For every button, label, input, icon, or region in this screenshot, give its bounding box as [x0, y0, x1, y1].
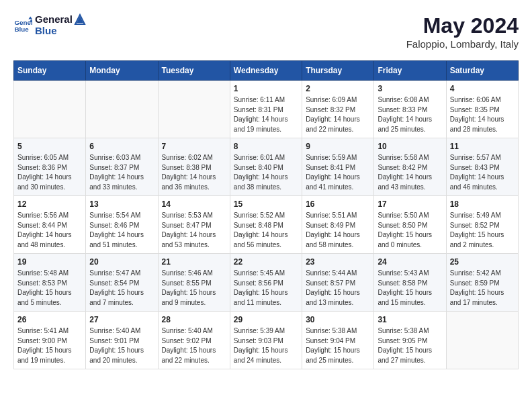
day-number: 30	[306, 315, 370, 324]
calendar-cell: 27Sunrise: 5:40 AM Sunset: 9:01 PM Dayli…	[86, 312, 158, 369]
day-info: Sunrise: 5:52 AM Sunset: 8:48 PM Dayligh…	[234, 211, 298, 250]
day-number: 29	[234, 315, 298, 324]
calendar-cell: 4Sunrise: 6:06 AM Sunset: 8:35 PM Daylig…	[446, 81, 518, 138]
header-wednesday: Wednesday	[230, 61, 302, 81]
day-info: Sunrise: 5:50 AM Sunset: 8:50 PM Dayligh…	[378, 211, 442, 250]
day-info: Sunrise: 6:11 AM Sunset: 8:31 PM Dayligh…	[234, 95, 298, 134]
day-info: Sunrise: 5:48 AM Sunset: 8:53 PM Dayligh…	[17, 269, 82, 308]
day-info: Sunrise: 5:45 AM Sunset: 8:56 PM Dayligh…	[234, 269, 298, 308]
day-number: 1	[234, 84, 298, 93]
day-number: 11	[450, 142, 515, 151]
day-info: Sunrise: 5:42 AM Sunset: 8:59 PM Dayligh…	[450, 269, 515, 308]
calendar-cell: 20Sunrise: 5:47 AM Sunset: 8:54 PM Dayli…	[86, 254, 158, 312]
day-info: Sunrise: 5:40 AM Sunset: 9:01 PM Dayligh…	[89, 326, 154, 365]
calendar-cell: 16Sunrise: 5:51 AM Sunset: 8:49 PM Dayli…	[302, 196, 374, 254]
day-number: 24	[378, 257, 442, 267]
day-info: Sunrise: 5:54 AM Sunset: 8:46 PM Dayligh…	[89, 211, 154, 250]
calendar-cell: 1Sunrise: 6:11 AM Sunset: 8:31 PM Daylig…	[230, 81, 302, 138]
calendar-cell: 21Sunrise: 5:46 AM Sunset: 8:55 PM Dayli…	[158, 254, 230, 312]
calendar-cell: 12Sunrise: 5:56 AM Sunset: 8:44 PM Dayli…	[14, 196, 86, 254]
day-number: 5	[17, 142, 82, 151]
day-info: Sunrise: 6:02 AM Sunset: 8:38 PM Dayligh…	[162, 153, 226, 192]
week-row-4: 19Sunrise: 5:48 AM Sunset: 8:53 PM Dayli…	[14, 254, 519, 312]
calendar-cell: 18Sunrise: 5:49 AM Sunset: 8:52 PM Dayli…	[446, 196, 518, 254]
calendar-body: 1Sunrise: 6:11 AM Sunset: 8:31 PM Daylig…	[14, 81, 519, 369]
calendar-cell: 31Sunrise: 5:38 AM Sunset: 9:05 PM Dayli…	[374, 312, 446, 369]
day-info: Sunrise: 6:09 AM Sunset: 8:32 PM Dayligh…	[306, 95, 370, 134]
calendar-cell: 6Sunrise: 6:03 AM Sunset: 8:37 PM Daylig…	[86, 138, 158, 196]
day-info: Sunrise: 5:38 AM Sunset: 9:05 PM Dayligh…	[378, 326, 442, 365]
calendar-cell: 19Sunrise: 5:48 AM Sunset: 8:53 PM Dayli…	[14, 254, 86, 312]
day-number: 8	[234, 142, 298, 151]
day-number: 7	[162, 142, 226, 151]
calendar-cell: 14Sunrise: 5:53 AM Sunset: 8:47 PM Dayli…	[158, 196, 230, 254]
calendar-cell	[86, 81, 158, 138]
day-info: Sunrise: 5:56 AM Sunset: 8:44 PM Dayligh…	[17, 211, 82, 250]
day-info: Sunrise: 5:39 AM Sunset: 9:03 PM Dayligh…	[234, 326, 298, 365]
day-number: 18	[450, 199, 515, 209]
calendar-cell: 8Sunrise: 6:01 AM Sunset: 8:40 PM Daylig…	[230, 138, 302, 196]
day-number: 2	[306, 84, 370, 93]
day-number: 9	[306, 142, 370, 151]
calendar-cell	[14, 81, 86, 138]
logo-line1: General	[35, 13, 86, 26]
day-number: 19	[17, 257, 82, 267]
day-number: 25	[450, 257, 515, 267]
day-info: Sunrise: 5:46 AM Sunset: 8:55 PM Dayligh…	[162, 269, 226, 308]
logo: General Blue General Blue	[13, 13, 86, 37]
month-title: May 2024	[406, 13, 519, 38]
day-info: Sunrise: 6:03 AM Sunset: 8:37 PM Dayligh…	[89, 153, 154, 192]
calendar-cell	[158, 81, 230, 138]
calendar-cell	[446, 312, 518, 369]
day-info: Sunrise: 5:40 AM Sunset: 9:02 PM Dayligh…	[162, 326, 226, 365]
calendar-cell: 2Sunrise: 6:09 AM Sunset: 8:32 PM Daylig…	[302, 81, 374, 138]
day-number: 6	[89, 142, 154, 151]
calendar-cell: 23Sunrise: 5:44 AM Sunset: 8:57 PM Dayli…	[302, 254, 374, 312]
calendar-header: SundayMondayTuesdayWednesdayThursdayFrid…	[14, 61, 519, 81]
day-info: Sunrise: 6:05 AM Sunset: 8:36 PM Dayligh…	[17, 153, 82, 192]
calendar-cell: 9Sunrise: 5:59 AM Sunset: 8:41 PM Daylig…	[302, 138, 374, 196]
svg-text:Blue: Blue	[14, 26, 29, 33]
day-info: Sunrise: 5:44 AM Sunset: 8:57 PM Dayligh…	[306, 269, 370, 308]
calendar-table: SundayMondayTuesdayWednesdayThursdayFrid…	[13, 60, 519, 369]
day-number: 27	[89, 315, 154, 324]
day-number: 3	[378, 84, 442, 93]
week-row-2: 5Sunrise: 6:05 AM Sunset: 8:36 PM Daylig…	[14, 138, 519, 196]
svg-marker-2	[28, 17, 32, 19]
calendar-cell: 28Sunrise: 5:40 AM Sunset: 9:02 PM Dayli…	[158, 312, 230, 369]
day-info: Sunrise: 5:53 AM Sunset: 8:47 PM Dayligh…	[162, 211, 226, 250]
day-number: 28	[162, 315, 226, 324]
calendar-cell: 25Sunrise: 5:42 AM Sunset: 8:59 PM Dayli…	[446, 254, 518, 312]
day-number: 22	[234, 257, 298, 267]
calendar-cell: 30Sunrise: 5:38 AM Sunset: 9:04 PM Dayli…	[302, 312, 374, 369]
day-number: 26	[17, 315, 82, 324]
logo-icon: General Blue	[13, 15, 32, 34]
day-info: Sunrise: 6:06 AM Sunset: 8:35 PM Dayligh…	[450, 95, 515, 134]
calendar-cell: 29Sunrise: 5:39 AM Sunset: 9:03 PM Dayli…	[230, 312, 302, 369]
calendar-cell: 22Sunrise: 5:45 AM Sunset: 8:56 PM Dayli…	[230, 254, 302, 312]
day-info: Sunrise: 5:38 AM Sunset: 9:04 PM Dayligh…	[306, 326, 370, 365]
header-row: SundayMondayTuesdayWednesdayThursdayFrid…	[14, 61, 519, 81]
day-info: Sunrise: 5:58 AM Sunset: 8:42 PM Dayligh…	[378, 153, 442, 192]
calendar-cell: 24Sunrise: 5:43 AM Sunset: 8:58 PM Dayli…	[374, 254, 446, 312]
header-monday: Monday	[86, 61, 158, 81]
calendar-cell: 17Sunrise: 5:50 AM Sunset: 8:50 PM Dayli…	[374, 196, 446, 254]
day-info: Sunrise: 5:51 AM Sunset: 8:49 PM Dayligh…	[306, 211, 370, 250]
calendar-cell: 15Sunrise: 5:52 AM Sunset: 8:48 PM Dayli…	[230, 196, 302, 254]
calendar-cell: 10Sunrise: 5:58 AM Sunset: 8:42 PM Dayli…	[374, 138, 446, 196]
calendar-cell: 26Sunrise: 5:41 AM Sunset: 9:00 PM Dayli…	[14, 312, 86, 369]
calendar-cell: 13Sunrise: 5:54 AM Sunset: 8:46 PM Dayli…	[86, 196, 158, 254]
week-row-5: 26Sunrise: 5:41 AM Sunset: 9:00 PM Dayli…	[14, 312, 519, 369]
day-info: Sunrise: 6:08 AM Sunset: 8:33 PM Dayligh…	[378, 95, 442, 134]
week-row-3: 12Sunrise: 5:56 AM Sunset: 8:44 PM Dayli…	[14, 196, 519, 254]
day-number: 4	[450, 84, 515, 93]
page-header: General Blue General Blue May 2024 Falop…	[13, 13, 519, 50]
header-saturday: Saturday	[446, 61, 518, 81]
week-row-1: 1Sunrise: 6:11 AM Sunset: 8:31 PM Daylig…	[14, 81, 519, 138]
calendar-cell: 11Sunrise: 5:57 AM Sunset: 8:43 PM Dayli…	[446, 138, 518, 196]
header-thursday: Thursday	[302, 61, 374, 81]
day-info: Sunrise: 5:41 AM Sunset: 9:00 PM Dayligh…	[17, 326, 82, 365]
calendar-cell: 7Sunrise: 6:02 AM Sunset: 8:38 PM Daylig…	[158, 138, 230, 196]
header-friday: Friday	[374, 61, 446, 81]
day-info: Sunrise: 6:01 AM Sunset: 8:40 PM Dayligh…	[234, 153, 298, 192]
